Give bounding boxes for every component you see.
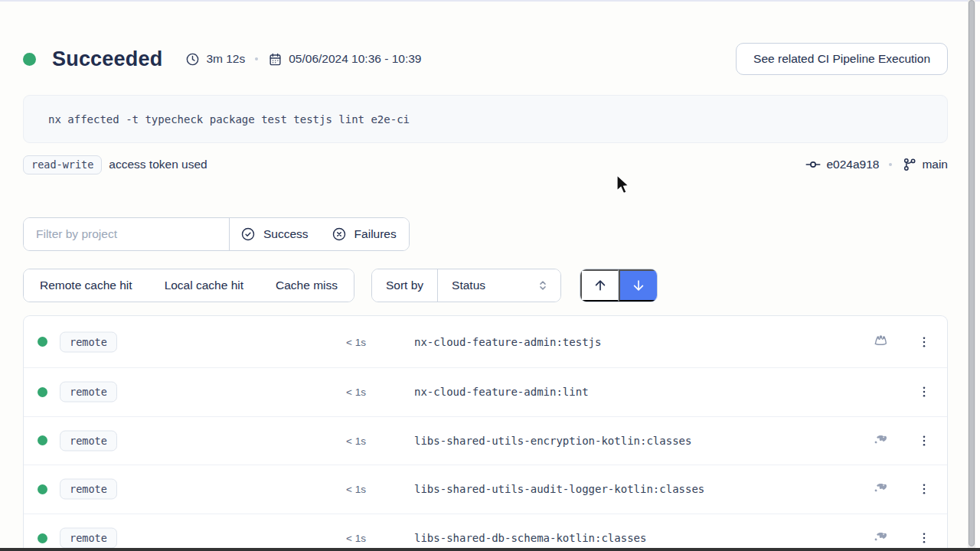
branch-name: main <box>922 158 948 171</box>
cache-source-badge: remote <box>60 382 117 403</box>
task-list: remote < 1s nx-cloud-feature-admin:testj… <box>23 315 948 551</box>
chevron-up-down-icon <box>536 279 550 292</box>
task-status-dot <box>38 484 47 494</box>
task-row[interactable]: remote < 1s libs-shared-utils-audit-logg… <box>24 465 947 514</box>
run-detail-page: Succeeded 3m 12s 05/06/2024 10:36 - 10:3… <box>23 0 948 551</box>
success-filter-button[interactable]: Success <box>230 218 321 250</box>
run-duration-value: 3m 12s <box>206 52 245 66</box>
task-duration: < 1s <box>307 386 366 398</box>
task-name: nx-cloud-feature-admin:testjs <box>414 336 601 348</box>
task-menu-button[interactable] <box>915 529 933 547</box>
task-name: libs-shared-utils-audit-logger-kotlin:cl… <box>414 483 704 495</box>
gradle-icon <box>872 479 889 499</box>
run-command: nx affected -t typecheck package test te… <box>48 113 410 126</box>
task-status-dot <box>38 337 47 347</box>
task-duration: < 1s <box>307 484 366 495</box>
access-token-text: access token used <box>109 158 207 171</box>
task-menu-button[interactable] <box>915 480 933 498</box>
sort-group: Sort by Status <box>371 269 561 302</box>
sort-by-label: Sort by <box>372 269 438 302</box>
success-filter-label: Success <box>263 227 309 241</box>
kebab-menu-icon <box>917 434 931 448</box>
filter-input-segment <box>24 218 230 250</box>
failures-filter-label: Failures <box>354 227 397 241</box>
status-dot <box>23 53 36 66</box>
cache-source-badge: remote <box>60 479 117 500</box>
task-menu-button[interactable] <box>915 333 933 351</box>
sort-direction-group <box>580 269 658 302</box>
kebab-menu-icon <box>917 335 931 349</box>
sort-ascending-button[interactable] <box>580 269 619 302</box>
cache-filter-group: Remote cache hit Local cache hit Cache m… <box>23 269 354 302</box>
task-menu-button[interactable] <box>915 432 933 450</box>
git-branch-icon <box>902 157 917 172</box>
bottom-window-edge <box>0 548 980 551</box>
tab-local-cache-hit[interactable]: Local cache hit <box>149 269 260 302</box>
tab-cache-miss[interactable]: Cache miss <box>260 269 354 302</box>
task-name: libs-shared-utils-encryption-kotlin:clas… <box>414 435 691 447</box>
kebab-menu-icon <box>917 531 931 545</box>
run-date-range: 05/06/2024 10:36 - 10:39 <box>268 52 421 67</box>
task-status-dot <box>38 435 47 445</box>
scrollbar-thumb[interactable] <box>969 0 975 546</box>
gradle-icon <box>872 431 889 451</box>
access-token-badge: read-write <box>23 155 102 174</box>
x-circle-icon <box>332 227 347 242</box>
tab-remote-cache-hit[interactable]: Remote cache hit <box>24 269 149 302</box>
jest-icon <box>872 332 889 352</box>
sort-descending-button[interactable] <box>619 269 657 302</box>
task-duration: < 1s <box>307 533 366 544</box>
commit-icon <box>805 156 822 173</box>
kebab-menu-icon <box>917 385 931 399</box>
page-title: Succeeded <box>52 47 162 71</box>
gradle-icon <box>872 528 889 548</box>
cache-source-badge: remote <box>60 430 117 451</box>
sort-by-value: Status <box>452 279 485 292</box>
check-circle-icon <box>240 227 256 242</box>
cache-source-badge: remote <box>60 331 117 352</box>
see-related-pipeline-button[interactable]: See related CI Pipeline Execution <box>736 43 948 75</box>
token-row: read-write access token used e024a918 ma… <box>23 154 948 175</box>
task-menu-button[interactable] <box>915 383 933 401</box>
sort-by-select[interactable]: Status <box>438 269 560 302</box>
filter-row: Success Failures <box>23 217 948 251</box>
run-date-range-value: 05/06/2024 10:36 - 10:39 <box>289 52 421 66</box>
controls-row: Remote cache hit Local cache hit Cache m… <box>23 269 948 302</box>
filter-by-project-input[interactable] <box>24 227 229 241</box>
task-row[interactable]: remote < 1s libs-shared-utils-encryption… <box>24 417 947 466</box>
cache-source-badge: remote <box>60 528 117 549</box>
task-row[interactable]: remote < 1s libs-shared-db-schema-kotlin… <box>24 514 947 551</box>
task-row[interactable]: remote < 1s nx-cloud-feature-admin:testj… <box>24 316 947 368</box>
task-status-dot <box>38 533 47 543</box>
kebab-menu-icon <box>917 482 931 496</box>
clock-icon <box>185 52 200 67</box>
calendar-icon <box>268 52 283 67</box>
task-name: nx-cloud-feature-admin:lint <box>414 386 589 398</box>
arrow-up-icon <box>593 278 608 293</box>
task-duration: < 1s <box>307 336 366 347</box>
arrow-down-icon <box>631 278 646 293</box>
run-duration: 3m 12s <box>185 52 245 67</box>
failures-filter-button[interactable]: Failures <box>321 218 409 250</box>
separator-dot <box>889 163 892 166</box>
task-status-dot <box>38 387 47 397</box>
separator-dot <box>255 57 258 60</box>
task-name: libs-shared-db-schema-kotlin:classes <box>414 532 646 544</box>
run-command-box: nx affected -t typecheck package test te… <box>23 95 948 143</box>
task-duration: < 1s <box>307 435 366 446</box>
commit-sha: e024a918 <box>826 158 879 171</box>
task-row[interactable]: remote < 1s nx-cloud-feature-admin:lint <box>24 368 947 417</box>
project-filter-group: Success Failures <box>23 217 410 251</box>
vertical-scrollbar[interactable] <box>968 0 975 551</box>
run-header: Succeeded 3m 12s 05/06/2024 10:36 - 10:3… <box>23 42 948 76</box>
vcs-info: e024a918 main <box>805 156 948 173</box>
mouse-cursor <box>616 174 633 197</box>
